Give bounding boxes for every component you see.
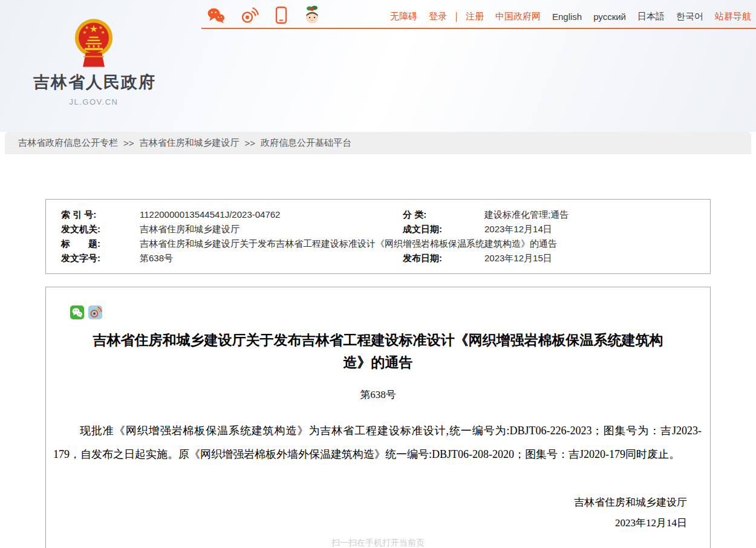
scan-qr-tip: 扫一扫在手机打开当前页 — [46, 538, 710, 548]
mobile-icon[interactable] — [275, 6, 288, 24]
link-gov-cn[interactable]: 中国政府网 — [495, 11, 541, 22]
meta-title-label: 标 题: — [61, 236, 140, 251]
header-accent-rule — [201, 28, 756, 29]
meta-category-value: 建设标准化管理;通告 — [484, 207, 710, 222]
signature-date: 2023年12月14日 — [46, 513, 687, 533]
breadcrumb-separator: >> — [245, 138, 256, 148]
signature-block: 吉林省住房和城乡建设厅 2023年12月14日 — [46, 492, 687, 533]
page: ★ ★ ★ ★ ★ 吉林省人民政府 JL.GOV.CN — [0, 0, 756, 548]
document-body: 现批准《网织增强岩棉板保温系统建筑构造》为吉林省工程建设标准设计,统一编号为:D… — [53, 419, 702, 466]
link-site-group-nav[interactable]: 站群导航 — [715, 11, 751, 22]
meta-issuer-label: 发文机关: — [61, 222, 140, 236]
document-number: 第638号 — [46, 388, 710, 402]
meta-title-value: 吉林省住房和城乡建设厅关于发布吉林省工程建设标准设计《网织增强岩棉板保温系统建筑… — [140, 236, 710, 251]
breadcrumb-item-platform[interactable]: 政府信息公开基础平台 — [261, 137, 351, 149]
site-logo[interactable]: ★ ★ ★ ★ ★ 吉林省人民政府 JL.GOV.CN — [33, 16, 154, 106]
meta-written-date-label: 成文日期: — [403, 222, 484, 236]
document-meta-table: 索 引 号: 11220000013544541J/2023-04762 分 类… — [45, 199, 711, 274]
link-english[interactable]: English — [552, 11, 582, 22]
top-utility-nav: 无障碍 登录 注册 中国政府网 English русский 日本語 한국어 … — [379, 11, 751, 22]
wechat-share-icon[interactable] — [70, 305, 84, 319]
header-social-icons — [207, 4, 321, 27]
meta-row-title: 标 题: 吉林省住房和城乡建设厅关于发布吉林省工程建设标准设计《网织增强岩棉板保… — [46, 236, 710, 251]
national-emblem-icon: ★ ★ ★ ★ ★ — [74, 16, 114, 68]
svg-text:★: ★ — [90, 23, 98, 34]
link-japanese[interactable]: 日本語 — [637, 11, 665, 22]
breadcrumb-separator: >> — [123, 138, 134, 148]
document-title: 吉林省住房和城乡建设厅关于发布吉林省工程建设标准设计《网织增强岩棉板保温系统建筑… — [87, 329, 669, 374]
mascot-icon[interactable] — [304, 5, 321, 25]
meta-issuer-value: 吉林省住房和城乡建设厅 — [140, 222, 403, 236]
meta-index-value: 11220000013544541J/2023-04762 — [140, 207, 403, 222]
site-name: 吉林省人民政府 — [33, 71, 154, 93]
wechat-icon[interactable] — [207, 7, 225, 24]
meta-row-issuer-date: 发文机关: 吉林省住房和城乡建设厅 成文日期: 2023年12月14日 — [46, 222, 710, 236]
weibo-share-icon[interactable] — [88, 305, 102, 319]
breadcrumb: 吉林省政府信息公开专栏 >> 吉林省住房和城乡建设厅 >> 政府信息公开基础平台 — [5, 132, 751, 154]
meta-index-label: 索 引 号: — [61, 207, 140, 222]
signature-agency: 吉林省住房和城乡建设厅 — [46, 492, 687, 513]
meta-doc-no-value: 第638号 — [140, 251, 403, 266]
weibo-icon[interactable] — [241, 7, 259, 24]
meta-publish-date-label: 发布日期: — [403, 251, 484, 266]
document-content: 吉林省住房和城乡建设厅关于发布吉林省工程建设标准设计《网织增强岩棉板保温系统建筑… — [45, 287, 711, 548]
meta-row-docno-publish: 发文字号: 第638号 发布日期: 2023年12月15日 — [46, 251, 710, 266]
share-buttons — [70, 305, 710, 319]
meta-category-label: 分 类: — [403, 207, 484, 222]
link-korean[interactable]: 한국어 — [676, 11, 703, 22]
link-login[interactable]: 登录 — [429, 11, 447, 22]
link-register[interactable]: 注册 — [466, 11, 484, 22]
breadcrumb-item-department[interactable]: 吉林省住房和城乡建设厅 — [140, 137, 240, 149]
link-russian[interactable]: русский — [593, 11, 626, 22]
breadcrumb-item-disclosure-column[interactable]: 吉林省政府信息公开专栏 — [18, 137, 118, 149]
meta-written-date-value: 2023年12月14日 — [484, 222, 710, 236]
link-accessibility[interactable]: 无障碍 — [390, 11, 417, 22]
meta-row-index-category: 索 引 号: 11220000013544541J/2023-04762 分 类… — [46, 207, 710, 222]
meta-publish-date-value: 2023年12月15日 — [484, 251, 710, 266]
nav-divider — [456, 12, 457, 22]
site-domain: JL.GOV.CN — [33, 97, 154, 106]
meta-doc-no-label: 发文字号: — [61, 251, 140, 266]
svg-text:★: ★ — [101, 30, 105, 35]
svg-text:★: ★ — [83, 30, 87, 35]
site-header: ★ ★ ★ ★ ★ 吉林省人民政府 JL.GOV.CN — [0, 0, 756, 132]
